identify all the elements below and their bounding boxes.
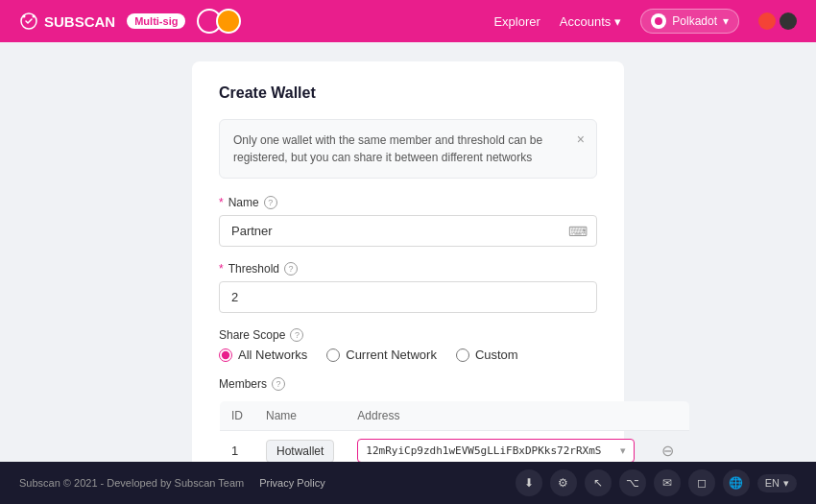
name-field-group: * Name ? ⌨ bbox=[219, 196, 597, 247]
required-star-2: * bbox=[219, 262, 224, 276]
name-help-icon[interactable]: ? bbox=[264, 196, 277, 209]
table-header-row: ID Name Address bbox=[220, 401, 690, 431]
address-select-1[interactable]: 12mRyiCp9zdh1wEVW5gLLiFBxDPKks72rRXmS ▾ bbox=[357, 439, 634, 463]
info-banner-text: Only one wallet with the same member and… bbox=[233, 133, 542, 164]
share-scope-group: Share Scope ? All Networks Current Netwo… bbox=[219, 328, 597, 362]
col-header-name: Name bbox=[254, 401, 346, 431]
footer: Subscan © 2021 - Developed by Subscan Te… bbox=[0, 462, 816, 504]
threshold-label: * Threshold ? bbox=[219, 262, 597, 276]
nav-links: Explorer Accounts ▾ Polkadot ▾ bbox=[493, 9, 797, 34]
theme-toggle-dark bbox=[780, 12, 797, 30]
logo-text: SUBSCAN bbox=[44, 13, 115, 30]
footer-icon-download[interactable]: ⬇ bbox=[516, 469, 542, 496]
members-label: Members ? bbox=[219, 377, 597, 391]
radio-all-networks[interactable]: All Networks bbox=[219, 348, 307, 362]
threshold-help-icon[interactable]: ? bbox=[284, 262, 298, 276]
footer-links: Subscan © 2021 - Developed by Subscan Te… bbox=[19, 477, 325, 489]
name-label: * Name ? bbox=[219, 196, 597, 209]
main-content: Create Wallet Only one wallet with the s… bbox=[0, 42, 816, 504]
footer-privacy-link[interactable]: Privacy Policy bbox=[259, 477, 324, 489]
navbar: SUBSCAN Multi-sig Explorer Accounts ▾ Po… bbox=[0, 0, 816, 42]
footer-icon-github[interactable]: ⌥ bbox=[619, 469, 646, 496]
radio-group: All Networks Current Network Custom bbox=[219, 348, 597, 362]
footer-copyright: Subscan © 2021 - Developed by Subscan Te… bbox=[19, 477, 244, 489]
language-selector[interactable]: EN ▾ bbox=[757, 474, 797, 492]
avatar-orange bbox=[216, 9, 241, 34]
polkadot-button[interactable]: Polkadot ▾ bbox=[640, 9, 739, 34]
create-wallet-card: Create Wallet Only one wallet with the s… bbox=[192, 61, 624, 504]
svg-point-1 bbox=[23, 15, 26, 18]
multisig-badge[interactable]: Multi-sig bbox=[127, 13, 185, 29]
footer-icon-settings[interactable]: ⚙ bbox=[550, 469, 577, 496]
svg-point-3 bbox=[655, 17, 662, 25]
footer-icon-mail[interactable]: ✉ bbox=[654, 469, 681, 496]
theme-toggle-red bbox=[758, 12, 776, 30]
required-star: * bbox=[219, 196, 224, 209]
name-input[interactable] bbox=[219, 215, 597, 247]
footer-icon-globe[interactable]: 🌐 bbox=[723, 469, 750, 496]
nav-explorer[interactable]: Explorer bbox=[493, 14, 540, 29]
polkadot-dot-icon bbox=[651, 13, 666, 29]
footer-icons: ⬇ ⚙ ↖ ⌥ ✉ ◻ 🌐 EN ▾ bbox=[516, 469, 797, 496]
radio-current-network-input[interactable] bbox=[326, 348, 340, 362]
avatar-group bbox=[197, 9, 241, 34]
lang-caret-icon: ▾ bbox=[783, 477, 789, 490]
logo-icon bbox=[19, 12, 38, 31]
remove-member-1-button[interactable]: ⊖ bbox=[658, 442, 678, 460]
keyboard-icon: ⌨ bbox=[568, 224, 588, 239]
name-input-wrapper: ⌨ bbox=[219, 215, 597, 247]
chevron-down-icon: ▾ bbox=[620, 444, 626, 457]
col-header-address: Address bbox=[346, 401, 645, 431]
theme-toggle[interactable] bbox=[758, 12, 797, 30]
radio-custom-input[interactable] bbox=[456, 348, 469, 362]
svg-point-2 bbox=[33, 15, 36, 18]
share-scope-label: Share Scope ? bbox=[219, 328, 597, 342]
col-header-id: ID bbox=[220, 401, 255, 431]
info-banner: Only one wallet with the same member and… bbox=[219, 119, 597, 179]
close-icon[interactable]: × bbox=[577, 130, 585, 150]
footer-icon-cursor[interactable]: ↖ bbox=[585, 469, 612, 496]
share-scope-help-icon[interactable]: ? bbox=[290, 328, 303, 342]
radio-current-network[interactable]: Current Network bbox=[326, 348, 437, 362]
card-title: Create Wallet bbox=[219, 84, 597, 102]
members-help-icon[interactable]: ? bbox=[272, 377, 285, 391]
col-header-action bbox=[646, 401, 690, 431]
radio-all-networks-input[interactable] bbox=[219, 348, 232, 362]
footer-icon-chat[interactable]: ◻ bbox=[688, 469, 715, 496]
nav-accounts[interactable]: Accounts ▾ bbox=[560, 14, 621, 29]
radio-custom[interactable]: Custom bbox=[456, 348, 518, 362]
threshold-input[interactable] bbox=[219, 281, 597, 313]
threshold-field-group: * Threshold ? bbox=[219, 262, 597, 313]
logo: SUBSCAN bbox=[19, 12, 115, 31]
